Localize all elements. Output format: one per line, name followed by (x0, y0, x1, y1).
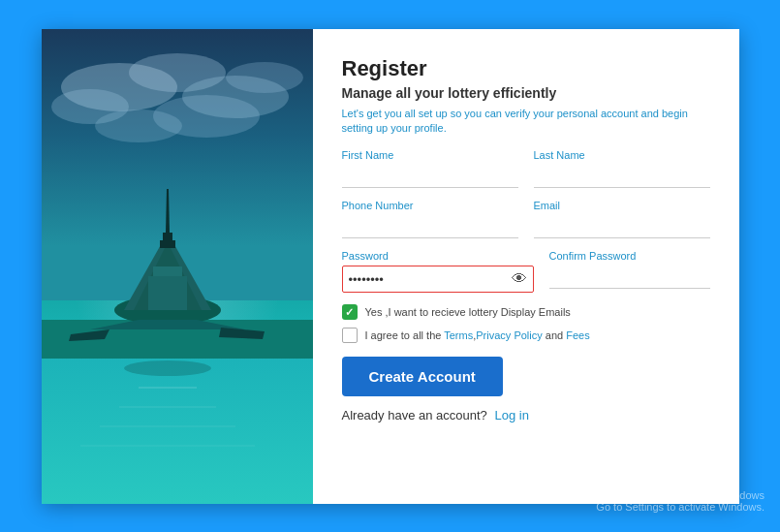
right-panel: Register Manage all your lottery efficie… (313, 29, 739, 504)
form-desc: Let's get you all set up so you can veri… (342, 107, 710, 137)
eye-icon[interactable]: 👁 (512, 270, 527, 288)
newsletter-checkbox[interactable] (342, 304, 358, 320)
page-title: Register (342, 56, 710, 81)
last-name-group: Last Name (534, 149, 710, 188)
name-row: First Name Last Name (342, 149, 710, 188)
svg-rect-17 (160, 240, 175, 248)
contact-row: Phone Number Email (342, 200, 710, 238)
first-name-group: First Name (342, 149, 518, 188)
first-name-input[interactable] (342, 165, 518, 188)
confirm-password-label: Confirm Password (549, 250, 710, 262)
password-group: Password 👁 (342, 250, 534, 293)
password-input-wrapper: 👁 (342, 266, 534, 293)
newsletter-label: Yes ,I want to recieve lottery Display E… (365, 306, 571, 318)
left-panel (42, 29, 313, 504)
password-label: Password (342, 250, 534, 262)
terms-checkbox-row: I agree to all the Terms,Privacy Policy … (342, 328, 710, 343)
terms-label: I agree to all the Terms,Privacy Policy … (365, 329, 590, 341)
login-row: Already have an account? Log in (342, 408, 710, 422)
first-name-label: First Name (342, 149, 518, 161)
submit-section: Create Account (342, 351, 710, 408)
svg-point-19 (124, 360, 211, 376)
password-input[interactable] (349, 272, 512, 287)
scenic-image (42, 29, 313, 504)
email-group: Email (534, 200, 710, 238)
email-input[interactable] (534, 215, 710, 238)
password-row: Password 👁 Confirm Password (342, 250, 710, 293)
email-label: Email (534, 200, 710, 211)
last-name-input[interactable] (534, 165, 710, 188)
fees-link[interactable]: Fees (566, 329, 589, 341)
confirm-password-group: Confirm Password (549, 250, 710, 293)
newsletter-checkbox-row: Yes ,I want to recieve lottery Display E… (342, 304, 710, 320)
svg-point-9 (153, 95, 260, 138)
privacy-link[interactable]: Privacy Policy (476, 329, 542, 341)
create-account-button[interactable]: Create Account (342, 357, 503, 396)
main-container: Register Manage all your lottery efficie… (42, 29, 739, 504)
login-prompt: Already have an account? (342, 408, 487, 422)
confirm-password-input[interactable] (549, 266, 710, 289)
svg-rect-14 (148, 276, 187, 310)
phone-label: Phone Number (342, 200, 518, 211)
terms-checkbox[interactable] (342, 328, 358, 343)
phone-input[interactable] (342, 215, 518, 238)
terms-link[interactable]: Terms (444, 329, 473, 341)
login-link[interactable]: Log in (494, 408, 528, 422)
form-subtitle: Manage all your lottery efficiently (342, 85, 710, 101)
svg-point-7 (226, 62, 303, 93)
phone-group: Phone Number (342, 200, 518, 238)
last-name-label: Last Name (534, 149, 710, 161)
